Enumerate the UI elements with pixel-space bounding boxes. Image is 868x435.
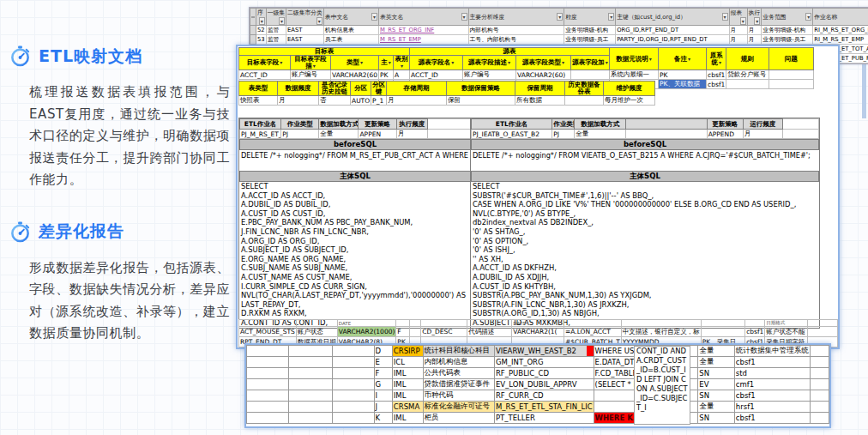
etl-job-table-right: ETL作业名作业类型数据加载方式更新策略运行频度PJ_IEATB_O_EAST_… <box>471 118 819 139</box>
sheet-cell: 分区键 <box>371 82 387 96</box>
sheet-cell: 粒度 <box>564 9 616 26</box>
group-header-source: 源表 <box>410 48 610 56</box>
sheet-row: 53监管EAST员工表M_RS_ET_EMP工号、内部机构号业务明细级-员工PA… <box>250 35 868 45</box>
sheet-cell <box>247 390 289 402</box>
sheet-cell <box>810 346 829 357</box>
section-etl-mapping: ETL映射文档 梳理报送数据表填报范围，与EAST复用度，通过统一业务与技术口径… <box>9 45 233 191</box>
col-header: 源表字段描述 <box>463 56 516 70</box>
sheet-cell: =A.LON_ACCT <box>564 327 621 337</box>
sheet-cell: 贷款分户账号 <box>726 70 769 80</box>
sheet-row: 52监管EAST机构信息表M_RS_ET_ORG_INF内部机构号业务明细级-机… <box>250 26 868 35</box>
sheet-cell <box>807 320 837 327</box>
sheet-row: 快照表月否AUTOP_1月保留所有数据每月维护一次 <box>239 96 655 106</box>
sheet-cell: 存储周期 <box>387 82 447 96</box>
etl-job-table-left: ETL作业名作业类型数据加载方式更新策略执行频度PJ_M_RS_ET_PUPJ全… <box>239 118 471 139</box>
sheet-cell: 数据保留策略 <box>447 82 515 96</box>
sheet-cell: 报表 <box>729 9 747 26</box>
sheet-cell: 账户状态 <box>296 327 337 337</box>
sql-body-left: SELECT A.ACCT_ID AS ACCT_ID, A.DUBIL_ID … <box>239 182 471 328</box>
sheet-cell <box>782 119 818 130</box>
sheet-cell: K <box>374 413 392 424</box>
sheet-cell: PJ_M_RS_ET_PU <box>240 130 281 139</box>
sheet-cell <box>247 357 289 368</box>
before-sql-band: beforeSQL <box>239 139 471 150</box>
before-sql-text: DELETE /*+ nologging*/ FROM M_RS_ET_PUB_… <box>239 150 471 171</box>
sheet-cell: P_1 <box>371 96 387 106</box>
sheet-cell: 全量 <box>319 130 359 139</box>
timer-icon <box>9 45 32 68</box>
sql-body-right: SELECT SUBSTR('#$CUR_BATCH_TIME#',1,6)||… <box>471 182 819 328</box>
sheet-cell <box>810 402 829 413</box>
sheet-cell <box>571 70 610 80</box>
sheet-cell: CD_DESC <box>421 327 467 337</box>
sheet-cell: 分区 <box>351 82 371 96</box>
sheet-cell: 作业类型 <box>281 119 319 130</box>
sheet-cell <box>564 320 621 327</box>
left-text-panel: ETL映射文档 梳理报送数据表填报范围，与EAST复用度，通过统一业务与技术口径… <box>9 45 233 374</box>
join-clause-overflow: CONT_ID AND A.CRDT_CUST_ID=B.CUST_ID LEF… <box>634 346 690 425</box>
sheet-row: DCRSIRP统计科目和核心科目VIEARW_WH_EAST_B2WHERE U… <box>247 346 829 357</box>
sheet-row: 表类型数据频度是否记录历史拉链分区分区键存储周期数据保留策略保留周期历史数据备份… <box>239 82 655 96</box>
sheet-cell: APPEN <box>359 130 396 139</box>
sheet-row: GIML贷款借据准贷证事件EV_LON_DUBIL_APPRV(SELECT *… <box>247 379 829 390</box>
sheet-cell <box>247 368 289 379</box>
sheet-row: ACCT_ID账户编号VARCHAR2(60PKAACCT_ID账户编号VARC… <box>239 70 814 80</box>
sheet-cell <box>332 390 374 402</box>
sheet-cell: 维护频度 <box>604 82 655 96</box>
sheet-cell: 月 <box>743 130 782 139</box>
sheet-cell: PARTY_ID,ORG_ID,RPT_END_DT <box>616 35 729 45</box>
sheet-cell: cmf1 <box>734 379 810 390</box>
sheet-cell <box>332 379 374 390</box>
sheet-cell: 员工表 <box>323 35 378 45</box>
sheet-cell: 月 <box>396 130 427 139</box>
sheet-cell: 更新策略 <box>359 119 396 130</box>
sheet-cell: ACCT_ID <box>410 70 463 80</box>
sheet-row: ETL作业名作业类型数据加载方式更新策略运行频度 <box>472 119 819 130</box>
sheet-cell: A <box>394 70 410 80</box>
sheet-cell: F <box>374 368 392 379</box>
sheet-cell: SN <box>698 413 735 424</box>
sheet-cell <box>427 130 470 139</box>
sheet-cell: G <box>374 379 392 390</box>
sheet-cell <box>409 320 421 327</box>
sheet-cell: cbsf1 <box>734 357 810 368</box>
sheet-cell: ORG_ID,RPT_END_DT <box>616 26 729 35</box>
sheet-cell: 表英文名 <box>379 9 469 26</box>
sheet-cell <box>288 379 332 390</box>
sheet-cell: M_RS_ET_ORG_INF <box>379 26 469 35</box>
slide-canvas: { "accent_colors": { "heading_blue": "#2… <box>0 0 868 435</box>
col-header: 原系统 <box>707 48 726 70</box>
sheet-cell: 内部机构号 <box>468 26 564 35</box>
sheet-cell: 全量 <box>698 346 735 357</box>
sheet-cell <box>332 413 374 424</box>
sheet-cell: 业务明细级-员工 <box>762 35 813 45</box>
sheet-cell: M_RS_ET_ETL_STA_FIN_LIC <box>494 402 594 413</box>
body-sql-band: 主体SQL <box>471 171 819 182</box>
sheet-cell <box>288 402 332 413</box>
sheet-cell <box>621 320 701 327</box>
sheet-cell: 统计数据集中管理系统 <box>734 346 810 357</box>
sheet-cell: EV <box>698 379 735 390</box>
sheet-row: PJ_IEATB_O_EAST_B2PJ全量APPEND月 <box>472 130 819 139</box>
sheet-cell <box>467 320 512 327</box>
sheet-cell: 数据频度 <box>278 82 319 96</box>
sheet-cell: 所有数据 <box>515 96 565 106</box>
sheet-cell: SN <box>698 390 735 402</box>
sheet-cell <box>782 130 818 139</box>
sheet-cell: APPEND <box>707 130 743 139</box>
sheet-cell: IML <box>392 379 423 390</box>
sheet-cell: std <box>734 368 810 379</box>
sheet-cell: hrsf1 <box>734 402 810 413</box>
sheet-cell: 表类型 <box>239 82 278 96</box>
sheet-cell <box>288 357 332 368</box>
sheet-cell <box>288 390 332 402</box>
sheet-cell: CRSIRP <box>392 346 423 357</box>
sheet-cell <box>247 379 289 390</box>
col-header: 源表字段类型 <box>516 56 571 70</box>
sheet-cell: RI_M_RS_ET_EMP <box>813 35 868 45</box>
sheet-cell <box>332 346 374 357</box>
sheet-cell <box>332 357 374 368</box>
before-sql-band: beforeSQL <box>471 139 819 150</box>
sheet-row: DATEDATE日期格式 <box>239 320 838 327</box>
sheet-cell <box>288 368 332 379</box>
